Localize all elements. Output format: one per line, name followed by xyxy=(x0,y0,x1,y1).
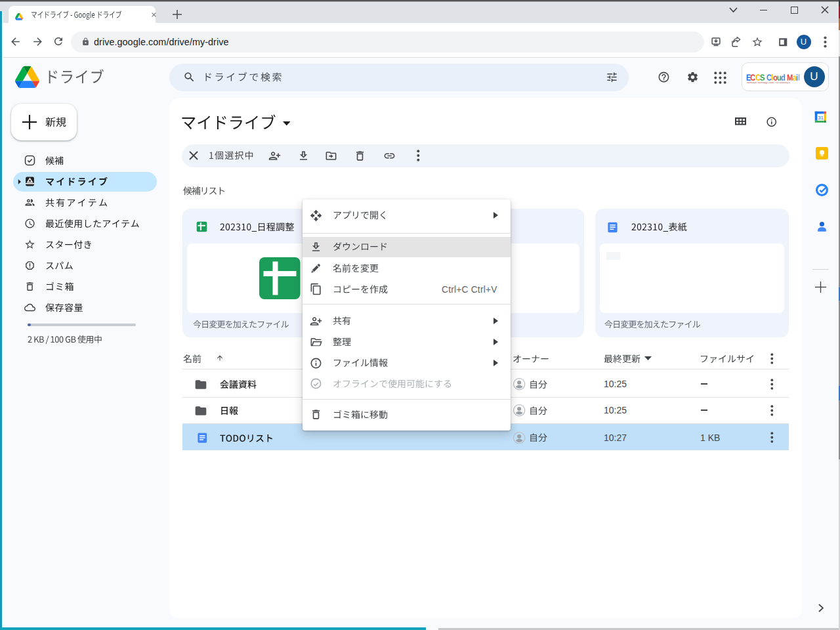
svg-text:31: 31 xyxy=(818,114,824,120)
